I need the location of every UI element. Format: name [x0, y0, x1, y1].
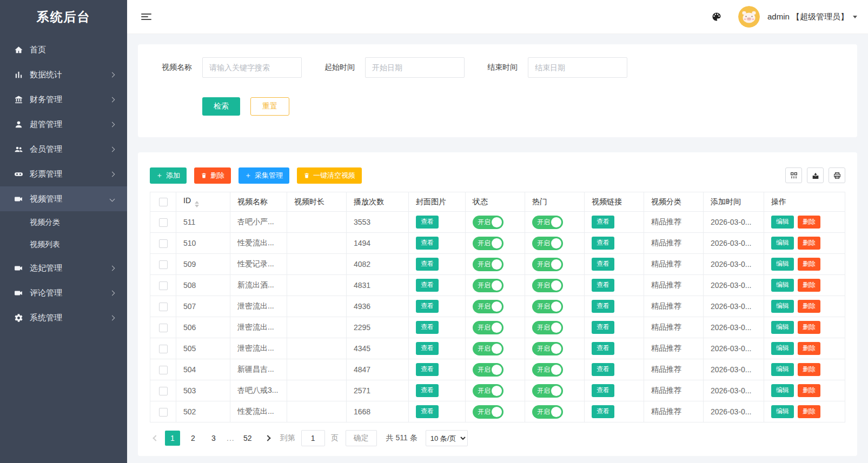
edit-button[interactable]: 编辑: [771, 321, 794, 333]
add-button[interactable]: 添加: [150, 167, 187, 184]
column-filter-icon[interactable]: [785, 167, 802, 183]
delete-button[interactable]: 删除: [194, 167, 231, 184]
link-view-button[interactable]: 查看: [592, 279, 614, 291]
link-view-button[interactable]: 查看: [592, 237, 614, 249]
start-date-input[interactable]: [365, 57, 465, 78]
reset-button[interactable]: 重置: [250, 97, 289, 116]
avatar[interactable]: [738, 6, 760, 28]
row-delete-button[interactable]: 删除: [798, 384, 820, 397]
status-toggle[interactable]: 开启: [473, 321, 503, 334]
page-button-52[interactable]: 52: [240, 431, 255, 446]
sidebar-item-finance[interactable]: 财务管理: [0, 87, 127, 112]
cover-view-button[interactable]: 查看: [416, 384, 439, 397]
hot-toggle[interactable]: 开启: [532, 384, 563, 398]
edit-button[interactable]: 编辑: [771, 279, 794, 291]
edit-button[interactable]: 编辑: [771, 384, 794, 397]
confirm-button[interactable]: 确定: [346, 430, 377, 446]
link-view-button[interactable]: 查看: [592, 363, 614, 375]
sidebar-item-video[interactable]: 视频管理: [0, 186, 127, 211]
row-delete-button[interactable]: 删除: [798, 363, 820, 375]
status-toggle[interactable]: 开启: [473, 258, 503, 271]
hot-toggle[interactable]: 开启: [532, 363, 563, 377]
status-toggle[interactable]: 开启: [473, 342, 503, 355]
status-toggle[interactable]: 开启: [473, 363, 503, 377]
video-name-input[interactable]: [202, 57, 302, 78]
edit-button[interactable]: 编辑: [771, 258, 794, 270]
sidebar-item-stats[interactable]: 数据统计: [0, 62, 127, 87]
sidebar-item-members[interactable]: 会员管理: [0, 137, 127, 162]
export-icon[interactable]: [807, 167, 824, 183]
hot-toggle[interactable]: 开启: [532, 258, 563, 271]
header-checkbox[interactable]: [159, 198, 168, 206]
cover-view-button[interactable]: 查看: [416, 405, 439, 418]
cover-view-button[interactable]: 查看: [416, 279, 439, 291]
cover-view-button[interactable]: 查看: [416, 258, 439, 270]
link-view-button[interactable]: 查看: [592, 384, 614, 397]
per-page-select[interactable]: 10 条/页: [426, 430, 468, 446]
row-delete-button[interactable]: 删除: [798, 321, 820, 333]
edit-button[interactable]: 编辑: [771, 300, 794, 312]
page-button-3[interactable]: 3: [206, 431, 221, 446]
palette-icon[interactable]: [711, 11, 722, 22]
cover-view-button[interactable]: 查看: [416, 342, 439, 354]
row-delete-button[interactable]: 删除: [798, 258, 820, 270]
row-delete-button[interactable]: 删除: [798, 216, 820, 228]
row-checkbox[interactable]: [159, 239, 168, 248]
hot-toggle[interactable]: 开启: [532, 342, 563, 355]
row-checkbox[interactable]: [159, 218, 168, 227]
row-checkbox[interactable]: [159, 260, 168, 269]
row-checkbox[interactable]: [159, 345, 168, 353]
collect-manage-button[interactable]: 采集管理: [238, 167, 289, 184]
sidebar-item-concubine[interactable]: 选妃管理: [0, 256, 127, 280]
prev-page-button[interactable]: [151, 434, 160, 442]
sidebar-item-system[interactable]: 系统管理: [0, 305, 127, 330]
end-date-input[interactable]: [528, 57, 627, 78]
print-icon[interactable]: [829, 167, 845, 183]
row-delete-button[interactable]: 删除: [798, 237, 820, 249]
sidebar-subitem-video-category[interactable]: 视频分类: [0, 211, 127, 233]
status-toggle[interactable]: 开启: [473, 405, 503, 419]
edit-button[interactable]: 编辑: [771, 405, 794, 418]
row-checkbox[interactable]: [159, 366, 168, 374]
cover-view-button[interactable]: 查看: [416, 363, 439, 375]
status-toggle[interactable]: 开启: [473, 300, 503, 313]
row-checkbox[interactable]: [159, 303, 168, 311]
row-delete-button[interactable]: 删除: [798, 279, 820, 291]
cover-view-button[interactable]: 查看: [416, 237, 439, 249]
page-button-2[interactable]: 2: [185, 431, 201, 446]
search-button[interactable]: 检索: [202, 97, 240, 116]
hot-toggle[interactable]: 开启: [532, 216, 563, 229]
hot-toggle[interactable]: 开启: [532, 405, 563, 419]
status-toggle[interactable]: 开启: [473, 237, 503, 250]
link-view-button[interactable]: 查看: [592, 300, 614, 312]
status-toggle[interactable]: 开启: [473, 279, 503, 292]
row-checkbox[interactable]: [159, 324, 168, 332]
link-view-button[interactable]: 查看: [592, 216, 614, 228]
page-jump-input[interactable]: [301, 430, 325, 446]
admin-dropdown[interactable]: admin 【超级管理员】: [767, 12, 857, 22]
sidebar-item-superadmin[interactable]: 超管管理: [0, 112, 127, 137]
hot-toggle[interactable]: 开启: [532, 237, 563, 250]
hot-toggle[interactable]: 开启: [532, 279, 563, 292]
row-checkbox[interactable]: [159, 408, 168, 417]
row-delete-button[interactable]: 删除: [798, 342, 820, 354]
link-view-button[interactable]: 查看: [592, 405, 614, 418]
link-view-button[interactable]: 查看: [592, 258, 614, 270]
link-view-button[interactable]: 查看: [592, 342, 614, 354]
page-button-1[interactable]: 1: [165, 431, 180, 446]
cover-view-button[interactable]: 查看: [416, 300, 439, 312]
status-toggle[interactable]: 开启: [473, 216, 503, 229]
link-view-button[interactable]: 查看: [592, 321, 614, 333]
next-page-button[interactable]: [263, 434, 272, 442]
sort-icon[interactable]: [195, 201, 199, 207]
edit-button[interactable]: 编辑: [771, 342, 794, 354]
row-checkbox[interactable]: [159, 387, 168, 395]
edit-button[interactable]: 编辑: [771, 363, 794, 375]
hot-toggle[interactable]: 开启: [532, 321, 563, 334]
status-toggle[interactable]: 开启: [473, 384, 503, 398]
sidebar-subitem-video-list[interactable]: 视频列表: [0, 233, 127, 256]
cover-view-button[interactable]: 查看: [416, 321, 439, 333]
edit-button[interactable]: 编辑: [771, 216, 794, 228]
clear-videos-button[interactable]: 一键清空视频: [297, 167, 362, 184]
row-checkbox[interactable]: [159, 281, 168, 290]
